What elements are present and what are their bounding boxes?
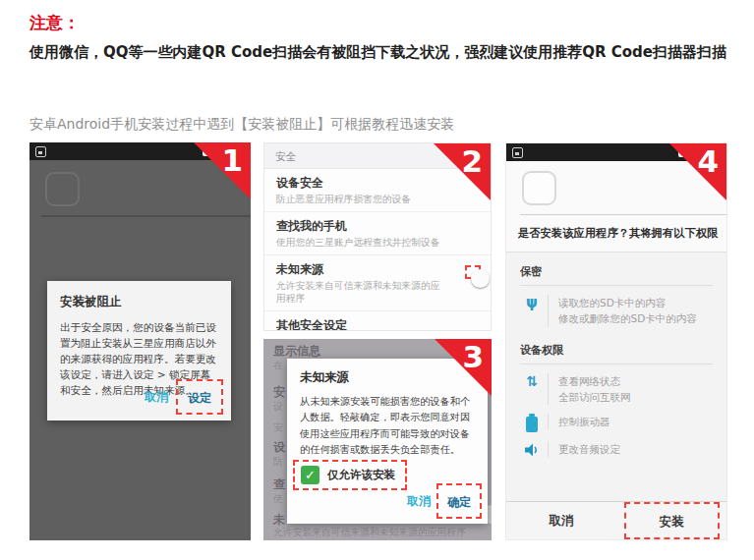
bg-item-title: 设 — [273, 439, 285, 456]
item-title: 未知来源 — [276, 261, 479, 278]
divider — [520, 214, 726, 215]
bg-section-header: 安 — [273, 421, 283, 434]
bg-item-subtitle: 允许安装来自可信来源和未知来源的应用程序 — [273, 527, 466, 539]
step-number: 2 — [461, 143, 483, 180]
permission-text: 全部访问互联网 — [558, 389, 631, 405]
install-button[interactable]: 安装 — [660, 514, 684, 531]
step-number: 3 — [462, 339, 484, 375]
dialog-body: 从未知来源安装可能损害您的设备和个人数据。轻敲确定，即表示您同意对因使用这些应用… — [287, 386, 488, 458]
permission-text: 读取您的SD卡中的内容 — [558, 295, 697, 310]
tutorial-page: 注意： 使用微信，QQ等一些内建QR Code扫描会有被阻挡下载之状况，强烈建议… — [0, 0, 754, 560]
install-question: 是否安装该应用程序？其将拥有以下权限： — [518, 226, 723, 241]
permission-text: 控制振动器 — [558, 414, 610, 429]
item-title: 查找我的手机 — [276, 218, 479, 235]
permission-text: 修改或删除您的SD卡中的内容 — [558, 310, 697, 326]
highlight-box: 确定 — [436, 483, 482, 519]
settings-item-other-security[interactable]: 其他安全设定 更改安全更新和证书存储等其他安全设定 — [264, 311, 491, 331]
vibration-icon — [526, 417, 538, 432]
highlight-box: 安装 — [624, 502, 720, 539]
checkbox-checked-icon[interactable]: ✓ — [301, 466, 319, 484]
settings-button[interactable]: 设定 — [188, 390, 211, 407]
bg-item-title: 查 — [273, 476, 285, 493]
notice-label: 注意： — [29, 12, 80, 34]
bg-item-subtitle: 在 — [273, 360, 283, 372]
dialog-title: 安装被阻止 — [47, 281, 231, 310]
permission-row-audio: 更改音频设定 — [520, 441, 713, 458]
permission-text: 更改音频设定 — [558, 441, 620, 457]
settings-item-unknown-sources[interactable]: 未知来源 允许安装来自可信来源和未知来源的应用程序 — [264, 255, 491, 311]
cancel-button[interactable]: 取消 — [145, 389, 168, 406]
notice-body: 使用微信，QQ等一些内建QR Code扫描会有被阻挡下载之状况，强烈建议使用推荐… — [29, 39, 732, 65]
app-icon-placeholder — [522, 171, 556, 205]
item-subtitle: 使用您的三星账户远程查找并控制设备 — [276, 237, 443, 250]
usb-storage-icon: ψ — [526, 296, 538, 310]
cancel-button[interactable]: 取消 — [550, 513, 574, 530]
permissions-list: 保密 ψ 读取您的SD卡中的内容 修改或删除您的SD卡中的内容 设备权限 ⇅ 查… — [506, 252, 726, 501]
settings-item-find-my-mobile[interactable]: 查找我的手机 使用您的三星账户远程查找并控制设备 — [264, 212, 491, 255]
bg-item-subtitle: 使 — [273, 493, 283, 506]
screenshot-icon — [512, 147, 523, 158]
divider — [41, 215, 251, 217]
screenshot-icon — [35, 146, 46, 157]
section-privacy: 保密 — [520, 260, 713, 286]
permission-row-network: ⇅ 查看网络状态 全部访问互联网 — [520, 373, 713, 406]
checkbox-label: 仅允许该安装 — [327, 468, 395, 482]
ok-button[interactable]: 确定 — [447, 494, 471, 511]
highlight-box: ✓ 仅允许该安装 — [293, 460, 407, 490]
cancel-button[interactable]: 取消 — [407, 493, 431, 510]
section-device-access: 设备权限 — [520, 339, 713, 364]
dialog-button-bar: 取消 安装 — [506, 501, 726, 539]
bg-item-subtitle: 防 — [273, 456, 283, 469]
step-number: 4 — [697, 143, 719, 180]
highlight-box — [465, 265, 481, 279]
screenshot-step1: 1 4G ◢ 7 安装被阻止 出于安全原因，您的设备当前已设置为阻止安装从三星应… — [29, 142, 251, 540]
app-icon-placeholder — [45, 172, 80, 206]
page-subtitle: 安卓Android手机安装过程中遇到【安装被阻止】可根据教程迅速安装 — [29, 116, 732, 134]
permission-row-vibration: 控制振动器 — [520, 414, 713, 432]
speaker-icon — [524, 442, 541, 458]
item-title: 其他安全设定 — [276, 317, 479, 331]
item-subtitle: 防止恶意应用程序损害您的设备 — [276, 194, 443, 206]
bg-item-title: 显示信息 — [273, 343, 320, 360]
step-number: 1 — [221, 142, 243, 179]
install-blocked-dialog: 安装被阻止 出于安全原因，您的设备当前已设置为阻止安装从三星应用商店以外的来源获… — [47, 281, 231, 420]
screenshot-step2: 安全 设备安全 防止恶意应用程序损害您的设备 查找我的手机 使用您的三星账户远程… — [263, 142, 492, 331]
bg-item-title: 安 — [273, 384, 285, 401]
screenshot-step3: 显示信息 在 安 设 安 设 防 查 使 未 允许安装来自可信来源和未知来源的应… — [263, 339, 492, 540]
permission-row-storage: ψ 读取您的SD卡中的内容 修改或删除您的SD卡中的内容 — [520, 295, 713, 327]
item-subtitle: 允许安装来自可信来源和未知来源的应用程序 — [276, 280, 443, 306]
permission-text: 查看网络状态 — [558, 373, 631, 389]
screenshot-step4: 1 4G ◢ 7 是否安装该应用程序？其将拥有以下权限： 保密 ψ 读取您的SD… — [505, 142, 727, 540]
highlight-box: 设定 — [176, 379, 223, 415]
network-arrows-icon: ⇅ — [526, 374, 538, 388]
bg-item-subtitle: 设 — [273, 401, 283, 414]
